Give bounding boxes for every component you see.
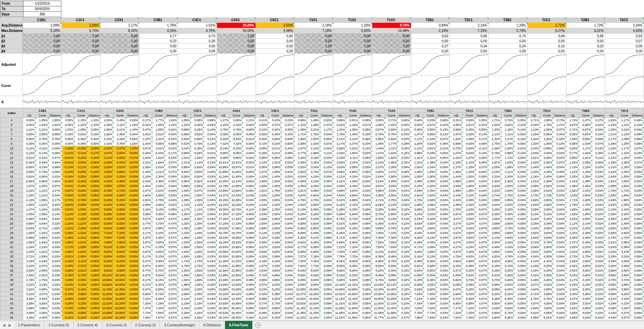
beta-cell[interactable]: 0,00 (178, 44, 217, 49)
table-cell[interactable]: 7,15% (346, 245, 360, 249)
table-cell[interactable]: 0,03% (359, 184, 372, 188)
table-cell[interactable]: 0,09% (320, 282, 333, 287)
table-cell[interactable]: 0,03% (437, 221, 450, 226)
table-cell[interactable]: 0,03% (165, 155, 178, 160)
table-cell[interactable]: -1,12% (23, 198, 36, 202)
table-cell[interactable]: 1,33% (88, 123, 101, 127)
table-cell[interactable]: 1,71% (489, 118, 502, 123)
table-cell[interactable]: 0,03% (553, 179, 567, 184)
table-cell[interactable]: 0,66% (437, 118, 450, 123)
table-cell[interactable]: 0,00% (88, 146, 101, 151)
table-cell[interactable]: 11,30% (372, 306, 385, 311)
table-cell[interactable]: 1,68% (605, 184, 618, 188)
table-cell[interactable]: 1,01% (178, 155, 191, 160)
table-cell[interactable]: 7,23% (411, 296, 424, 301)
max-distance-cell[interactable]: 8,16% (101, 28, 140, 34)
table-cell[interactable]: 0,02% (592, 301, 605, 306)
table-cell[interactable]: 0,04% (126, 198, 140, 202)
table-subheader[interactable]: Curve (424, 113, 437, 118)
table-cell[interactable]: 1,42% (489, 137, 502, 141)
table-cell[interactable]: 2,53% (489, 184, 502, 188)
table-cell[interactable]: 0,92% (191, 165, 204, 170)
table-cell[interactable]: 2,40% (566, 235, 579, 240)
table-cell[interactable]: 11,33% (101, 287, 114, 292)
table-cell[interactable]: 0,07% (553, 127, 567, 132)
table-cell[interactable]: 5,10% (385, 202, 398, 207)
table-cell[interactable]: 15,30% (230, 198, 243, 202)
table-cell[interactable]: 0,86% (256, 155, 269, 160)
table-cell[interactable]: 3,83% (411, 226, 424, 231)
table-cell[interactable]: 1,07% (411, 132, 424, 137)
table-cell[interactable]: 2,35% (269, 207, 282, 212)
table-cell[interactable]: 3,30% (152, 212, 165, 217)
table-cell[interactable]: 0,06% (631, 264, 644, 268)
row-index-cell[interactable]: 25 (0, 217, 23, 221)
table-cell[interactable]: 0,03% (126, 315, 140, 320)
table-cell[interactable]: 1,01% (152, 132, 165, 137)
table-cell[interactable]: 3,45% (269, 240, 282, 245)
max-distance-cell[interactable]: 4,43% (605, 28, 644, 34)
table-cell[interactable]: 9,48% (113, 264, 126, 268)
table-cell[interactable]: 0,08% (243, 254, 256, 259)
table-cell[interactable]: 0,04% (437, 202, 450, 207)
table-cell[interactable]: 8,75% (385, 259, 398, 264)
table-cell[interactable]: 0,05% (88, 249, 101, 254)
table-cell[interactable]: 1,33% (566, 174, 579, 179)
row-index-cell[interactable]: 19 (0, 188, 23, 193)
table-cell[interactable]: 7,72% (140, 311, 153, 315)
table-cell[interactable]: 1,27% (450, 165, 463, 170)
table-cell[interactable]: 2,68% (23, 268, 36, 273)
table-cell[interactable]: 1,66% (75, 245, 88, 249)
table-cell[interactable]: 1,06% (346, 127, 360, 132)
row-index-cell[interactable]: 5 (0, 123, 23, 127)
table-cell[interactable]: 4,68% (424, 245, 437, 249)
table-cell[interactable]: 4,38% (113, 179, 126, 184)
table-cell[interactable]: 0,84% (463, 151, 476, 155)
table-cell[interactable]: 6,80% (424, 287, 437, 292)
table-cell[interactable]: 0,02% (592, 235, 605, 240)
table-cell[interactable]: 0,05% (515, 207, 528, 212)
table-cell[interactable]: 4,30% (618, 306, 631, 311)
table-cell[interactable]: 0,03% (243, 193, 256, 198)
table-cell[interactable]: 3,63% (579, 311, 592, 315)
table-cell[interactable]: 0,06% (631, 296, 644, 301)
table-cell[interactable]: 0,05% (243, 188, 256, 193)
table-cell[interactable]: 5,33% (346, 207, 360, 212)
table-cell[interactable]: 5,37% (140, 259, 153, 264)
table-subheader[interactable]: Adj. (23, 113, 36, 118)
table-cell[interactable]: 2,20% (579, 226, 592, 231)
table-cell[interactable]: 0,81% (346, 118, 360, 123)
beta-cell[interactable]: 0,23 (139, 39, 178, 44)
table-cell[interactable]: 2,26% (605, 212, 618, 217)
table-cell[interactable]: 0,06% (476, 155, 489, 160)
table-cell[interactable]: 0,03% (515, 179, 528, 184)
group-header-cell[interactable]: T2B1 (411, 17, 450, 23)
table-cell[interactable]: 0,03% (437, 226, 450, 231)
table-cell[interactable]: 1,85% (566, 207, 579, 212)
table-cell[interactable]: 4,28% (346, 179, 360, 184)
table-subheader[interactable]: Distance (553, 113, 567, 118)
table-cell[interactable]: 2,84% (256, 221, 269, 226)
table-cell[interactable]: 0,07% (165, 226, 178, 231)
table-cell[interactable]: 6,50% (152, 287, 165, 292)
table-cell[interactable]: 2,51% (527, 179, 540, 184)
table-cell[interactable]: 10,64% (294, 296, 308, 301)
row-index-cell[interactable]: 24 (0, 212, 23, 217)
table-cell[interactable]: 4,04% (294, 174, 308, 179)
table-cell[interactable]: 0,10% (282, 132, 295, 137)
table-cell[interactable]: 1,90% (424, 174, 437, 179)
table-cell[interactable]: 1,70% (501, 141, 515, 146)
table-cell[interactable]: 1,21% (23, 127, 36, 132)
chart-cell[interactable] (62, 76, 101, 96)
table-cell[interactable]: 11,86% (333, 311, 346, 315)
table-cell[interactable]: 7,47% (140, 306, 153, 311)
table-cell[interactable]: 6,88% (463, 301, 476, 306)
table-cell[interactable]: 4,03% (385, 188, 398, 193)
table-cell[interactable]: 0,08% (320, 212, 333, 217)
table-cell[interactable]: 0,75% (385, 132, 398, 137)
table-cell[interactable]: 2,87% (101, 151, 114, 155)
table-cell[interactable]: 0,02% (592, 207, 605, 212)
table-cell[interactable]: 8,53% (101, 249, 114, 254)
table-cell[interactable]: 2,92% (566, 264, 579, 268)
table-cell[interactable]: 11,41% (333, 301, 346, 306)
